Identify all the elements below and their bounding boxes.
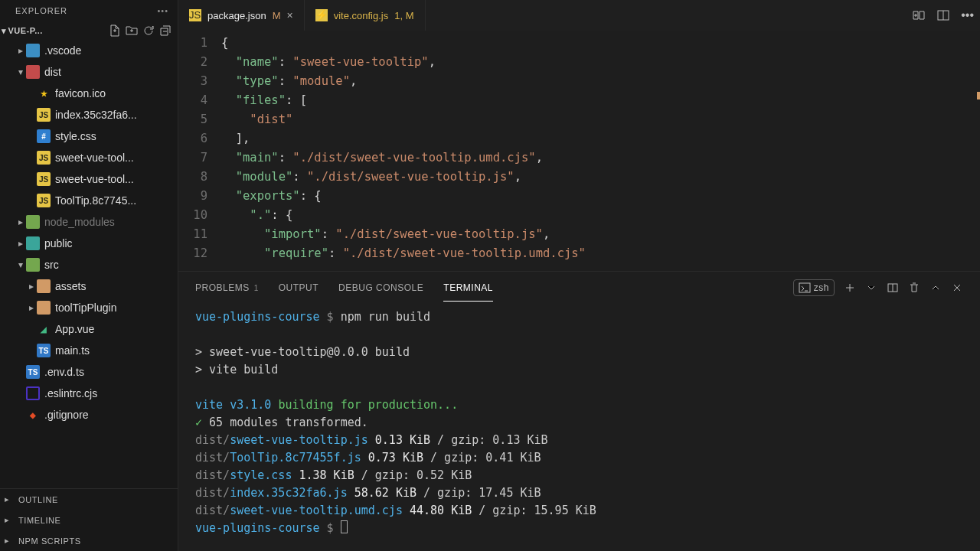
chevron-icon: ▸: [15, 45, 26, 56]
file-icon: [26, 65, 40, 79]
file-icon: ◢: [37, 322, 51, 336]
file-icon: #: [37, 129, 51, 143]
panel-tab-problems[interactable]: PROBLEMS1: [195, 275, 259, 302]
file-label: .env.d.ts: [44, 366, 84, 378]
diff-view-icon[interactable]: [912, 8, 926, 22]
close-panel-icon[interactable]: [951, 282, 963, 294]
file-label: favicon.ico: [55, 87, 106, 99]
file-icon: [26, 386, 40, 400]
chevron-icon: ▸: [15, 217, 26, 227]
panel: PROBLEMS1OUTPUTDEBUG CONSOLETERMINAL zsh…: [178, 271, 980, 551]
panel-tabs: PROBLEMS1OUTPUTDEBUG CONSOLETERMINAL zsh: [178, 272, 980, 304]
tab-modified-indicator: M: [273, 10, 281, 21]
file-tree-item[interactable]: ★favicon.ico: [0, 83, 178, 104]
file-label: .vscode: [44, 44, 81, 57]
file-icon: [37, 279, 51, 293]
file-tree-item[interactable]: ◆.gitignore: [0, 404, 178, 425]
chevron-up-icon[interactable]: [929, 282, 942, 294]
file-tree-item[interactable]: JSsweet-vue-tool...: [0, 147, 178, 168]
new-folder-icon[interactable]: [126, 24, 138, 37]
file-icon: ⚡: [315, 9, 328, 21]
panel-tab-terminal[interactable]: TERMINAL: [443, 275, 493, 302]
refresh-icon[interactable]: [142, 24, 155, 37]
file-icon: [26, 258, 40, 272]
chevron-icon: ▾: [15, 259, 26, 270]
file-icon: JS: [37, 151, 51, 165]
file-tree-item[interactable]: JSToolTip.8c7745...: [0, 190, 178, 211]
file-tree-item[interactable]: ▾dist: [0, 61, 178, 83]
terminal-icon: [799, 282, 811, 294]
panel-tab-output[interactable]: OUTPUT: [279, 275, 318, 302]
editor-tab[interactable]: JSpackage.jsonM×: [178, 0, 305, 31]
file-icon: JS: [189, 9, 201, 21]
collapse-all-icon[interactable]: [159, 24, 172, 37]
file-icon: JS: [37, 172, 51, 186]
outline-section[interactable]: ▸OUTLINE: [0, 489, 178, 510]
file-label: toolTipPlugin: [55, 302, 116, 314]
file-tree-item[interactable]: ▸assets: [0, 276, 178, 297]
terminal-profile-picker[interactable]: zsh: [793, 279, 835, 296]
file-tree-item[interactable]: ▸.vscode: [0, 40, 178, 61]
editor-tab[interactable]: ⚡vite.config.js1, M: [305, 0, 426, 31]
project-name: VUE-P...: [8, 26, 43, 35]
trash-icon[interactable]: [908, 282, 920, 294]
file-icon: TS: [37, 344, 51, 357]
file-label: .gitignore: [44, 409, 89, 421]
file-tree-item[interactable]: TSmain.ts: [0, 340, 178, 361]
file-tree-item[interactable]: ▸public: [0, 233, 178, 254]
file-tree-item[interactable]: .eslintrc.cjs: [0, 383, 178, 404]
file-label: sweet-vue-tool...: [55, 152, 134, 164]
chevron-down-icon[interactable]: [865, 282, 877, 294]
chevron-icon: ▸: [15, 238, 26, 249]
file-label: style.css: [55, 130, 96, 142]
file-tree-item[interactable]: ▸node_modules: [0, 211, 178, 233]
panel-tab-debug-console[interactable]: DEBUG CONSOLE: [338, 275, 423, 302]
tab-filename: vite.config.js: [334, 10, 389, 21]
npm-scripts-section[interactable]: ▸NPM SCRIPTS: [0, 530, 178, 551]
explorer-title: EXPLORER: [15, 6, 67, 15]
code-editor[interactable]: 123456789101112 { "name": "sweet-vue-too…: [178, 31, 980, 271]
split-terminal-icon[interactable]: [887, 282, 899, 294]
file-tree-item[interactable]: JSindex.35c32fa6...: [0, 104, 178, 126]
project-root-header[interactable]: ▾ VUE-P...: [0, 21, 178, 40]
file-icon: ★: [37, 86, 51, 100]
file-tree-item[interactable]: ▾src: [0, 254, 178, 276]
file-tree-item[interactable]: #style.css: [0, 126, 178, 147]
file-icon: [37, 301, 51, 315]
file-icon: [26, 236, 40, 250]
tab-filename: package.json: [207, 10, 266, 21]
explorer-more-icon[interactable]: •••: [157, 6, 168, 15]
file-tree-item[interactable]: ◢App.vue: [0, 318, 178, 340]
close-tab-icon[interactable]: ×: [286, 9, 292, 21]
file-label: index.35c32fa6...: [55, 109, 137, 121]
new-terminal-icon[interactable]: [844, 282, 856, 294]
chevron-icon: ▾: [15, 67, 26, 77]
file-tree-item[interactable]: JSsweet-vue-tool...: [0, 168, 178, 190]
file-tree-item[interactable]: TS.env.d.ts: [0, 361, 178, 383]
file-label: ToolTip.8c7745...: [55, 194, 136, 207]
explorer-header: EXPLORER •••: [0, 0, 178, 21]
overview-ruler-marker: [977, 92, 980, 99]
editor-tabs: JSpackage.jsonM×⚡vite.config.js1, M •••: [178, 0, 980, 31]
file-label: sweet-vue-tool...: [55, 173, 134, 185]
file-label: node_modules: [44, 216, 115, 228]
timeline-section[interactable]: ▸TIMELINE: [0, 510, 178, 530]
tab-modified-indicator: 1, M: [394, 10, 413, 21]
chevron-icon: ▸: [26, 281, 37, 292]
split-editor-icon[interactable]: [936, 8, 950, 22]
file-icon: [26, 215, 40, 229]
file-icon: JS: [37, 194, 51, 207]
file-label: main.ts: [55, 344, 90, 357]
editor-more-icon[interactable]: •••: [961, 8, 974, 22]
chevron-down-icon: ▾: [2, 26, 7, 36]
file-label: src: [44, 259, 59, 271]
terminal[interactable]: vue-plugins-course $ npm run build> swee…: [178, 304, 980, 551]
editor-group: JSpackage.jsonM×⚡vite.config.js1, M ••• …: [178, 0, 980, 551]
file-icon: TS: [26, 365, 40, 379]
chevron-icon: ▸: [26, 302, 37, 313]
file-icon: [26, 44, 40, 57]
file-label: assets: [55, 280, 86, 292]
new-file-icon[interactable]: [109, 24, 121, 37]
file-tree-item[interactable]: ▸toolTipPlugin: [0, 297, 178, 318]
explorer-sidebar: EXPLORER ••• ▾ VUE-P... ▸.vscode▾dist★fa…: [0, 0, 178, 551]
